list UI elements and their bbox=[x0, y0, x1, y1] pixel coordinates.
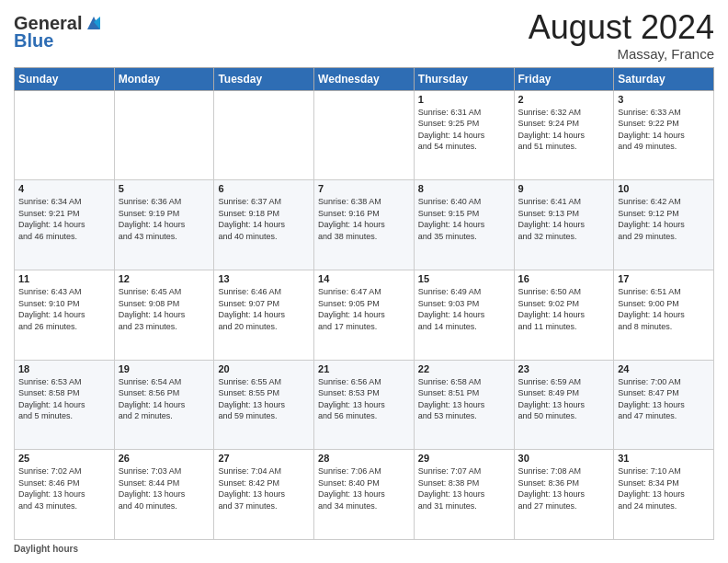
day-info: Sunrise: 6:45 AM Sunset: 9:08 PM Dayligh… bbox=[119, 286, 210, 332]
week-row-3: 18Sunrise: 6:53 AM Sunset: 8:58 PM Dayli… bbox=[15, 360, 714, 450]
day-info: Sunrise: 6:51 AM Sunset: 9:00 PM Dayligh… bbox=[618, 286, 710, 332]
day-number: 17 bbox=[618, 273, 710, 284]
col-header-thursday: Thursday bbox=[414, 67, 514, 90]
day-number: 1 bbox=[418, 94, 510, 105]
day-number: 22 bbox=[418, 363, 510, 374]
cell-w0-d1 bbox=[114, 90, 214, 180]
day-number: 21 bbox=[318, 363, 410, 374]
cell-w0-d5: 2Sunrise: 6:32 AM Sunset: 9:24 PM Daylig… bbox=[514, 90, 614, 180]
col-header-wednesday: Wednesday bbox=[314, 67, 415, 90]
col-header-saturday: Saturday bbox=[614, 67, 714, 90]
day-info: Sunrise: 7:03 AM Sunset: 8:44 PM Dayligh… bbox=[119, 465, 210, 511]
day-info: Sunrise: 6:47 AM Sunset: 9:05 PM Dayligh… bbox=[318, 286, 410, 332]
day-number: 19 bbox=[119, 363, 210, 374]
cell-w4-d3: 28Sunrise: 7:06 AM Sunset: 8:40 PM Dayli… bbox=[314, 450, 415, 540]
cell-w4-d4: 29Sunrise: 7:07 AM Sunset: 8:38 PM Dayli… bbox=[414, 450, 514, 540]
day-number: 11 bbox=[18, 273, 110, 284]
cell-w4-d5: 30Sunrise: 7:08 AM Sunset: 8:36 PM Dayli… bbox=[514, 450, 614, 540]
cell-w0-d3 bbox=[314, 90, 415, 180]
cell-w3-d5: 23Sunrise: 6:59 AM Sunset: 8:49 PM Dayli… bbox=[514, 360, 614, 450]
day-number: 28 bbox=[318, 453, 410, 464]
day-number: 8 bbox=[418, 183, 510, 194]
cell-w3-d4: 22Sunrise: 6:58 AM Sunset: 8:51 PM Dayli… bbox=[414, 360, 514, 450]
day-number: 3 bbox=[618, 94, 710, 105]
day-number: 27 bbox=[218, 453, 310, 464]
day-info: Sunrise: 6:41 AM Sunset: 9:13 PM Dayligh… bbox=[518, 196, 610, 242]
logo: General Blue bbox=[14, 13, 104, 52]
cell-w2-d1: 12Sunrise: 6:45 AM Sunset: 9:08 PM Dayli… bbox=[114, 270, 214, 360]
day-info: Sunrise: 6:31 AM Sunset: 9:25 PM Dayligh… bbox=[418, 107, 510, 153]
day-number: 13 bbox=[218, 273, 310, 284]
day-info: Sunrise: 6:33 AM Sunset: 9:22 PM Dayligh… bbox=[618, 107, 710, 153]
cell-w2-d5: 16Sunrise: 6:50 AM Sunset: 9:02 PM Dayli… bbox=[514, 270, 614, 360]
cell-w1-d3: 7Sunrise: 6:38 AM Sunset: 9:16 PM Daylig… bbox=[314, 180, 415, 270]
day-info: Sunrise: 6:36 AM Sunset: 9:19 PM Dayligh… bbox=[119, 196, 210, 242]
day-info: Sunrise: 7:08 AM Sunset: 8:36 PM Dayligh… bbox=[518, 465, 610, 511]
week-row-2: 11Sunrise: 6:43 AM Sunset: 9:10 PM Dayli… bbox=[15, 270, 714, 360]
calendar-table: Sunday Monday Tuesday Wednesday Thursday… bbox=[14, 67, 714, 540]
header: General Blue August 2024 Massay, France bbox=[14, 9, 714, 62]
calendar-header-row: Sunday Monday Tuesday Wednesday Thursday… bbox=[15, 67, 714, 90]
cell-w1-d1: 5Sunrise: 6:36 AM Sunset: 9:19 PM Daylig… bbox=[114, 180, 214, 270]
day-number: 12 bbox=[119, 273, 210, 284]
page: General Blue August 2024 Massay, France … bbox=[0, 0, 728, 563]
cell-w3-d2: 20Sunrise: 6:55 AM Sunset: 8:55 PM Dayli… bbox=[214, 360, 314, 450]
day-info: Sunrise: 7:06 AM Sunset: 8:40 PM Dayligh… bbox=[318, 465, 410, 511]
day-number: 6 bbox=[218, 183, 310, 194]
day-number: 14 bbox=[318, 273, 410, 284]
cell-w1-d5: 9Sunrise: 6:41 AM Sunset: 9:13 PM Daylig… bbox=[514, 180, 614, 270]
day-number: 24 bbox=[618, 363, 710, 374]
footer: Daylight hours bbox=[14, 544, 714, 554]
day-number: 9 bbox=[518, 183, 610, 194]
cell-w0-d4: 1Sunrise: 6:31 AM Sunset: 9:25 PM Daylig… bbox=[414, 90, 514, 180]
day-number: 7 bbox=[318, 183, 410, 194]
title-block: August 2024 Massay, France bbox=[529, 9, 714, 62]
day-info: Sunrise: 6:37 AM Sunset: 9:18 PM Dayligh… bbox=[218, 196, 310, 242]
day-number: 5 bbox=[119, 183, 210, 194]
col-header-friday: Friday bbox=[514, 67, 614, 90]
cell-w1-d4: 8Sunrise: 6:40 AM Sunset: 9:15 PM Daylig… bbox=[414, 180, 514, 270]
day-info: Sunrise: 6:32 AM Sunset: 9:24 PM Dayligh… bbox=[518, 107, 610, 153]
day-info: Sunrise: 6:58 AM Sunset: 8:51 PM Dayligh… bbox=[418, 376, 510, 422]
day-info: Sunrise: 6:42 AM Sunset: 9:12 PM Dayligh… bbox=[618, 196, 710, 242]
col-header-tuesday: Tuesday bbox=[214, 67, 314, 90]
cell-w0-d6: 3Sunrise: 6:33 AM Sunset: 9:22 PM Daylig… bbox=[614, 90, 714, 180]
cell-w4-d0: 25Sunrise: 7:02 AM Sunset: 8:46 PM Dayli… bbox=[15, 450, 115, 540]
day-number: 15 bbox=[418, 273, 510, 284]
day-info: Sunrise: 6:59 AM Sunset: 8:49 PM Dayligh… bbox=[518, 376, 610, 422]
cell-w2-d0: 11Sunrise: 6:43 AM Sunset: 9:10 PM Dayli… bbox=[15, 270, 115, 360]
day-info: Sunrise: 7:04 AM Sunset: 8:42 PM Dayligh… bbox=[218, 465, 310, 511]
cell-w1-d2: 6Sunrise: 6:37 AM Sunset: 9:18 PM Daylig… bbox=[214, 180, 314, 270]
day-info: Sunrise: 6:43 AM Sunset: 9:10 PM Dayligh… bbox=[18, 286, 110, 332]
cell-w0-d2 bbox=[214, 90, 314, 180]
week-row-1: 4Sunrise: 6:34 AM Sunset: 9:21 PM Daylig… bbox=[15, 180, 714, 270]
day-info: Sunrise: 7:10 AM Sunset: 8:34 PM Dayligh… bbox=[618, 465, 710, 511]
cell-w4-d1: 26Sunrise: 7:03 AM Sunset: 8:44 PM Dayli… bbox=[114, 450, 214, 540]
cell-w2-d3: 14Sunrise: 6:47 AM Sunset: 9:05 PM Dayli… bbox=[314, 270, 415, 360]
cell-w3-d1: 19Sunrise: 6:54 AM Sunset: 8:56 PM Dayli… bbox=[114, 360, 214, 450]
day-info: Sunrise: 6:55 AM Sunset: 8:55 PM Dayligh… bbox=[218, 376, 310, 422]
footer-label: Daylight hours bbox=[14, 544, 78, 554]
month-title: August 2024 bbox=[529, 9, 714, 46]
day-info: Sunrise: 7:07 AM Sunset: 8:38 PM Dayligh… bbox=[418, 465, 510, 511]
day-info: Sunrise: 6:34 AM Sunset: 9:21 PM Dayligh… bbox=[18, 196, 110, 242]
day-info: Sunrise: 7:00 AM Sunset: 8:47 PM Dayligh… bbox=[618, 376, 710, 422]
day-info: Sunrise: 6:40 AM Sunset: 9:15 PM Dayligh… bbox=[418, 196, 510, 242]
location: Massay, France bbox=[529, 46, 714, 62]
day-number: 31 bbox=[618, 453, 710, 464]
cell-w0-d0 bbox=[15, 90, 115, 180]
day-number: 4 bbox=[18, 183, 110, 194]
day-number: 18 bbox=[18, 363, 110, 374]
cell-w2-d6: 17Sunrise: 6:51 AM Sunset: 9:00 PM Dayli… bbox=[614, 270, 714, 360]
day-info: Sunrise: 6:56 AM Sunset: 8:53 PM Dayligh… bbox=[318, 376, 410, 422]
day-number: 2 bbox=[518, 94, 610, 105]
cell-w4-d2: 27Sunrise: 7:04 AM Sunset: 8:42 PM Dayli… bbox=[214, 450, 314, 540]
day-number: 29 bbox=[418, 453, 510, 464]
day-number: 16 bbox=[518, 273, 610, 284]
cell-w3-d3: 21Sunrise: 6:56 AM Sunset: 8:53 PM Dayli… bbox=[314, 360, 415, 450]
cell-w2-d4: 15Sunrise: 6:49 AM Sunset: 9:03 PM Dayli… bbox=[414, 270, 514, 360]
cell-w1-d6: 10Sunrise: 6:42 AM Sunset: 9:12 PM Dayli… bbox=[614, 180, 714, 270]
cell-w4-d6: 31Sunrise: 7:10 AM Sunset: 8:34 PM Dayli… bbox=[614, 450, 714, 540]
col-header-monday: Monday bbox=[114, 67, 214, 90]
cell-w3-d0: 18Sunrise: 6:53 AM Sunset: 8:58 PM Dayli… bbox=[15, 360, 115, 450]
